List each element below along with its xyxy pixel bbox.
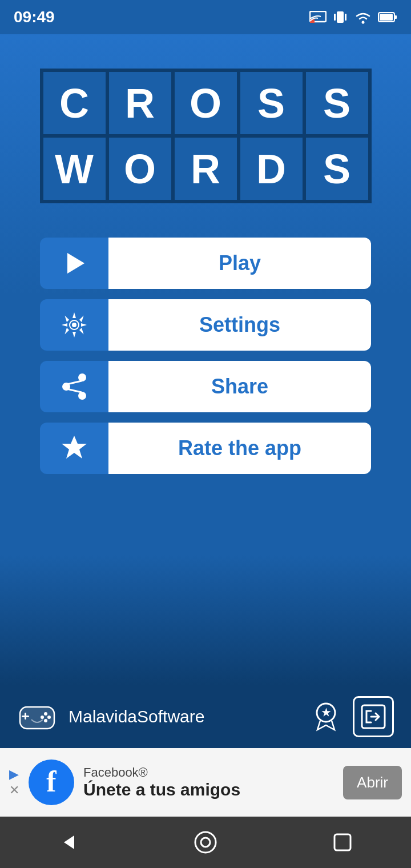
svg-point-12 <box>72 323 76 327</box>
play-icon-bg <box>40 238 108 289</box>
svg-marker-18 <box>62 436 87 459</box>
svg-rect-4 <box>345 14 346 21</box>
svg-marker-9 <box>67 253 84 274</box>
facebook-f: f <box>46 765 56 798</box>
title-cell-d: D <box>239 136 304 202</box>
title-letter: R <box>125 83 155 124</box>
wifi-icon <box>354 9 372 25</box>
battery-icon <box>378 11 397 23</box>
svg-point-14 <box>78 392 86 400</box>
rate-label: Rate the app <box>108 423 371 474</box>
rate-button[interactable]: Rate the app <box>40 423 371 474</box>
title-cell-o2: O <box>107 136 173 202</box>
ad-banner: ▶ ✕ f Facebook® Únete a tus amigos Abrir <box>0 748 411 817</box>
svg-point-25 <box>41 716 44 719</box>
ad-open-button[interactable]: Abrir <box>343 766 402 799</box>
title-letter: O <box>124 148 156 190</box>
title-letter: W <box>55 148 94 190</box>
gear-icon <box>59 310 89 340</box>
play-label: Play <box>108 238 371 289</box>
title-cell-r1: R <box>107 70 173 136</box>
svg-point-31 <box>195 832 216 853</box>
settings-button[interactable]: Settings <box>40 299 371 351</box>
title-letter: D <box>256 148 286 190</box>
gamepad-icon <box>17 697 57 737</box>
svg-point-24 <box>47 716 51 719</box>
svg-point-32 <box>201 838 210 847</box>
svg-line-16 <box>67 381 82 384</box>
bottom-bar-right: ★ <box>308 696 394 737</box>
award-icon[interactable]: ★ <box>308 699 344 734</box>
title-cell-s1: S <box>239 70 304 136</box>
title-cell-w: W <box>42 136 107 202</box>
share-icon-bg <box>40 361 108 412</box>
ad-arrow-icons: ▶ ✕ <box>9 767 19 798</box>
vibrate-icon <box>332 9 348 25</box>
back-button[interactable] <box>51 825 86 859</box>
title-grid: C R O S S W O R D S <box>40 69 372 203</box>
cast-icon <box>309 11 327 23</box>
svg-text:★: ★ <box>321 707 331 718</box>
ad-tagline: Únete a tus amigos <box>83 780 334 799</box>
play-button[interactable]: Play <box>40 238 371 289</box>
title-letter: S <box>323 83 350 124</box>
settings-icon-bg <box>40 299 108 351</box>
title-cell-c: C <box>42 70 107 136</box>
status-icons <box>309 9 397 25</box>
svg-line-17 <box>67 389 82 392</box>
share-button[interactable]: Share <box>40 361 371 412</box>
title-letter: S <box>257 83 285 124</box>
bottom-bar: MalavidaSoftware ★ <box>0 685 411 748</box>
title-letter: S <box>323 148 350 190</box>
home-button[interactable] <box>188 825 223 859</box>
status-bar: 09:49 <box>0 0 411 34</box>
title-cell-s2: S <box>304 70 370 136</box>
svg-point-13 <box>78 373 86 381</box>
rate-icon-bg <box>40 423 108 474</box>
svg-rect-33 <box>335 834 350 850</box>
menu-section: Play Settings <box>40 238 371 474</box>
facebook-logo: f <box>29 760 74 805</box>
title-letter: O <box>190 83 221 124</box>
settings-label: Settings <box>108 299 371 351</box>
title-letter: R <box>191 148 220 190</box>
share-icon <box>59 372 89 401</box>
svg-point-23 <box>44 712 47 716</box>
play-icon <box>59 248 89 278</box>
svg-rect-22 <box>22 716 29 717</box>
title-letter: C <box>59 83 89 124</box>
svg-point-5 <box>362 21 365 24</box>
svg-rect-8 <box>394 15 397 19</box>
star-icon <box>59 433 89 463</box>
main-content: C R O S S W O R D S <box>0 34 411 685</box>
share-label: Share <box>108 361 371 412</box>
svg-rect-7 <box>380 14 393 21</box>
title-cell-r2: R <box>173 136 239 202</box>
ad-close-icon[interactable]: ✕ <box>9 783 19 798</box>
ad-brand: Facebook® <box>83 765 334 780</box>
svg-rect-3 <box>334 14 336 21</box>
ad-play-icon: ▶ <box>9 767 19 782</box>
title-cell-o1: O <box>173 70 239 136</box>
title-cell-s3: S <box>304 136 370 202</box>
recents-button[interactable] <box>325 825 360 859</box>
status-time: 09:49 <box>14 8 55 26</box>
nav-bar <box>0 817 411 868</box>
publisher-name: MalavidaSoftware <box>68 707 204 726</box>
bottom-bar-left: MalavidaSoftware <box>17 697 308 737</box>
svg-rect-2 <box>337 11 344 23</box>
ad-text: Facebook® Únete a tus amigos <box>83 765 334 799</box>
login-button[interactable] <box>353 696 394 737</box>
svg-marker-30 <box>64 835 74 849</box>
svg-point-26 <box>44 719 47 722</box>
